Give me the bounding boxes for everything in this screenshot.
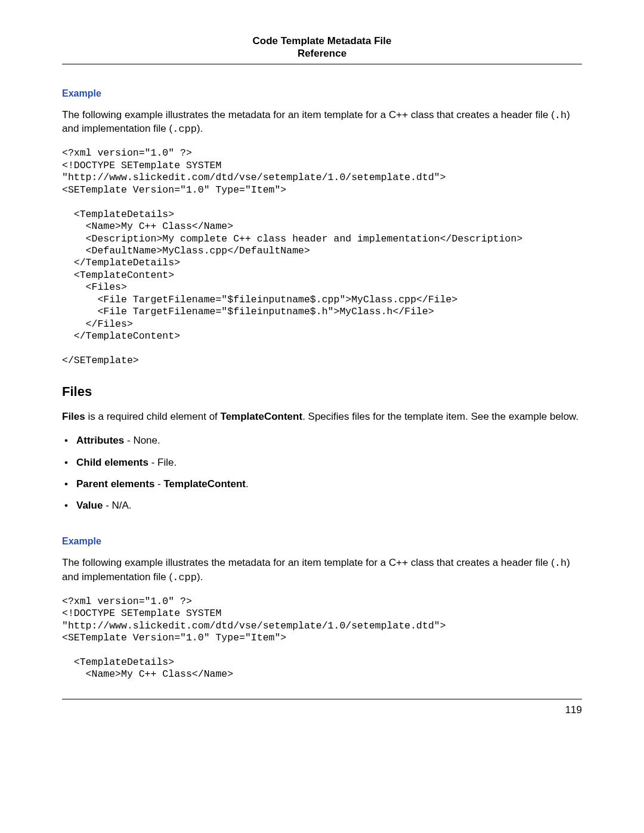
example-heading-2: Example — [62, 536, 582, 547]
header-line-2: Reference — [298, 48, 346, 59]
header-line-1: Code Template Metadata File — [252, 35, 391, 47]
example1-intro: The following example illustrates the me… — [62, 109, 582, 137]
code-inline-h: .h — [555, 110, 566, 121]
files-bullet-list: Attributes - None. Child elements - File… — [62, 434, 582, 512]
bullet-sep: - — [154, 478, 163, 490]
code-inline-cpp: .cpp — [172, 572, 197, 583]
bullet-value: TemplateContent — [163, 478, 246, 490]
code-block-2: <?xml version="1.0" ?> <!DOCTYPE SETempl… — [62, 596, 582, 681]
text: ). — [197, 123, 203, 134]
bullet-text: - N/A. — [103, 500, 131, 511]
example2-intro: The following example illustrates the me… — [62, 556, 582, 585]
text: The following example illustrates the me… — [62, 109, 555, 120]
list-item: Child elements - File. — [62, 456, 582, 469]
bullet-text: - File. — [148, 457, 177, 468]
files-heading: Files — [62, 384, 582, 400]
page-footer: 119 — [62, 699, 582, 716]
text: The following example illustrates the me… — [62, 557, 555, 568]
bullet-label: Attributes — [76, 435, 124, 446]
bold-templatecontent: TemplateContent — [221, 411, 303, 422]
bullet-text: - None. — [124, 435, 160, 446]
bullet-label: Parent elements — [76, 478, 154, 490]
bullet-label: Child elements — [76, 457, 148, 468]
code-block-1: <?xml version="1.0" ?> <!DOCTYPE SETempl… — [62, 147, 582, 367]
page-header: Code Template Metadata File Reference — [62, 35, 582, 64]
files-description: Files is a required child element of Tem… — [62, 410, 582, 424]
text: is a required child element of — [85, 411, 221, 422]
bold-files: Files — [62, 411, 85, 422]
code-inline-cpp: .cpp — [172, 123, 197, 135]
bullet-label: Value — [76, 500, 103, 511]
bullet-post: . — [246, 478, 249, 490]
code-inline-h: .h — [555, 558, 566, 569]
text: ). — [197, 571, 203, 583]
list-item: Parent elements - TemplateContent. — [62, 478, 582, 491]
list-item: Value - N/A. — [62, 499, 582, 512]
text: . Specifies files for the template item.… — [302, 411, 578, 422]
example-heading-1: Example — [62, 88, 582, 99]
page-number: 119 — [565, 704, 582, 716]
list-item: Attributes - None. — [62, 434, 582, 447]
